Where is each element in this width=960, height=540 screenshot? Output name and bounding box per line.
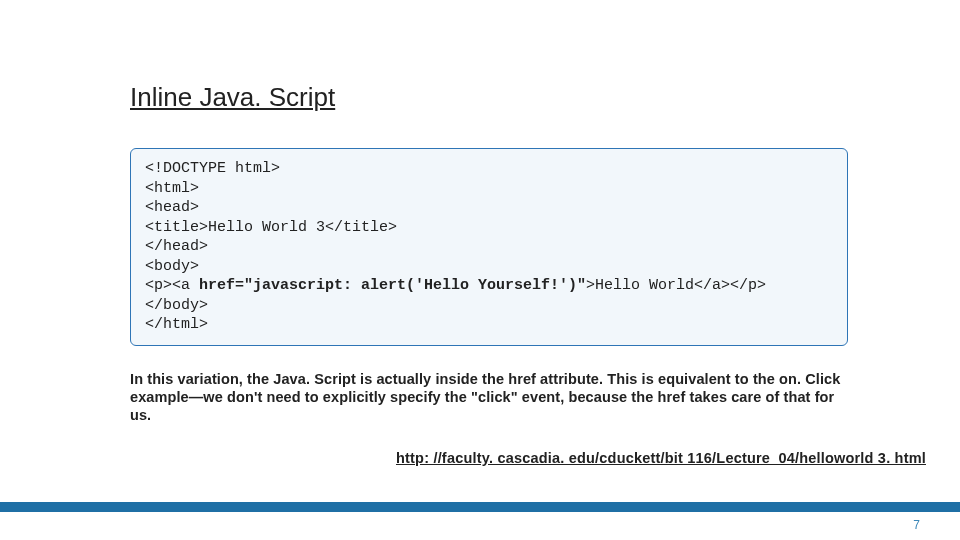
code-text: >Hello World</a></p> [586, 277, 766, 294]
page-number: 7 [913, 518, 920, 532]
code-line: <p><a href="javascript: alert('Hello You… [145, 276, 833, 296]
code-line: <html> [145, 179, 833, 199]
slide-title: Inline Java. Script [130, 82, 335, 113]
code-text: <p><a [145, 277, 199, 294]
code-line: </html> [145, 315, 833, 335]
footer-bar [0, 502, 960, 512]
code-line: <!DOCTYPE html> [145, 159, 833, 179]
code-line: </body> [145, 296, 833, 316]
code-line: <head> [145, 198, 833, 218]
slide: Inline Java. Script <!DOCTYPE html> <htm… [0, 0, 960, 540]
code-line: <title>Hello World 3</title> [145, 218, 833, 238]
reference-link[interactable]: http: //faculty. cascadia. edu/cduckett/… [396, 450, 926, 466]
code-block: <!DOCTYPE html> <html> <head> <title>Hel… [130, 148, 848, 346]
code-bold: href="javascript: alert('Hello Yourself!… [199, 277, 586, 294]
description-text: In this variation, the Java. Script is a… [130, 370, 850, 424]
code-line: </head> [145, 237, 833, 257]
code-line: <body> [145, 257, 833, 277]
